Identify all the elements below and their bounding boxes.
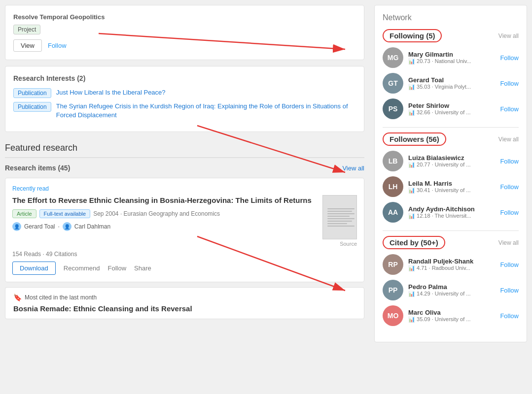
follow-mg-button[interactable]: Follow	[500, 54, 519, 62]
featured-research-section: Featured research Research items (45) Vi…	[5, 138, 364, 319]
followers-list: LB Luiza Bialasiewicz 📊 20.77 · Universi…	[383, 151, 519, 223]
person-info-rp: Randall Puljek-Shank 📊 4.71 · Radboud Un…	[408, 258, 495, 271]
person-name-pp: Pedro Palma	[408, 283, 495, 291]
follow-lb-button[interactable]: Follow	[500, 158, 519, 165]
recently-read-label: Recently read	[12, 185, 357, 192]
pub-tag-2: Publication	[13, 102, 51, 112]
thumb-line	[327, 223, 347, 224]
cited-3: MO Marc Oliva 📊 35.09 · University of ..…	[383, 305, 519, 326]
person-avatar-aa: AA	[383, 202, 403, 223]
follow-aa-button[interactable]: Follow	[500, 209, 519, 216]
person-avatar-gt: GT	[383, 73, 403, 94]
followers-title: Followers (56)	[383, 132, 446, 146]
person-avatar-mo: MO	[383, 305, 403, 326]
recommend-button[interactable]: Recommend	[64, 264, 100, 272]
cited-by-view-all[interactable]: View all	[498, 239, 519, 246]
person-info-aa: Andy Aydın-Aitchison 📊 12.18 · The Unive…	[408, 205, 495, 219]
share-button[interactable]: Share	[134, 264, 151, 272]
person-name-mg: Mary Gilmartin	[408, 51, 495, 58]
article-actions: Download Recommend Follow Share	[12, 262, 357, 275]
most-cited-header: 🔖 Most cited in the last month	[13, 294, 356, 301]
follow-mo-button[interactable]: Follow	[500, 312, 519, 320]
author-avatar-1: 👤	[12, 222, 21, 231]
person-avatar-lb: LB	[383, 151, 403, 171]
divider-1	[383, 127, 519, 128]
thumb-line	[327, 218, 355, 219]
pub-link-2[interactable]: The Syrian Refugee Crisis in the Kurdish…	[56, 102, 356, 120]
pub-link-1[interactable]: Just How Liberal Is the Liberal Peace?	[56, 88, 166, 97]
most-cited-title: Bosnia Remade: Ethnic Cleansing and its …	[13, 304, 356, 313]
person-meta-lb: 📊 20.77 · University of ...	[408, 162, 495, 168]
cited-by-header: Cited by (50+) View all	[383, 236, 519, 249]
followers-header: Followers (56) View all	[383, 132, 519, 146]
pub-row-2: Publication The Syrian Refugee Crisis in…	[13, 102, 356, 120]
follower-1: LB Luiza Bialasiewicz 📊 20.77 · Universi…	[383, 151, 519, 171]
article-title: The Effort to Reverse Ethnic Cleansing i…	[12, 195, 317, 205]
following-section: Following (5) View all MG Mary Gilmartin…	[383, 29, 519, 119]
divider-2	[383, 230, 519, 231]
following-header: Following (5) View all	[383, 29, 519, 42]
person-meta-ps: 📊 32.66 · University of ...	[408, 109, 495, 116]
author-avatar-2: 👤	[63, 222, 71, 231]
followers-section: Followers (56) View all LB Luiza Bialasi…	[383, 132, 519, 223]
follow-ps-button[interactable]: Follow	[500, 105, 519, 113]
following-person-3: PS Peter Shirlow 📊 32.66 · University of…	[383, 98, 519, 119]
author-1-name: Gerard Toal	[24, 223, 55, 230]
cited-by-list: RP Randall Puljek-Shank 📊 4.71 · Radboud…	[383, 254, 519, 326]
article-card: Recently read The Effort to Reverse Ethn…	[5, 178, 364, 282]
following-list: MG Mary Gilmartin 📊 20.73 · National Uni…	[383, 47, 519, 119]
follower-3: AA Andy Aydın-Aitchison 📊 12.18 · The Un…	[383, 202, 519, 223]
project-tag: Project	[13, 25, 40, 34]
follow-lh-button[interactable]: Follow	[500, 183, 519, 191]
items-header: Research items (45) View all	[5, 164, 364, 172]
person-info-lb: Luiza Bialasiewicz 📊 20.77 · University …	[408, 154, 495, 168]
view-all-link[interactable]: View all	[342, 164, 364, 172]
person-meta-lh: 📊 30.41 · University of ...	[408, 187, 495, 194]
person-name-lb: Luiza Bialasiewicz	[408, 154, 495, 162]
person-info-gt: Gerard Toal 📊 35.03 · Virginia Polyt...	[408, 76, 495, 90]
person-info-pp: Pedro Palma 📊 14.29 · University of ...	[408, 283, 495, 297]
person-name-gt: Gerard Toal	[408, 76, 495, 84]
network-card: Network Following (5) View all MG Mary G…	[374, 5, 527, 342]
person-name-rp: Randall Puljek-Shank	[408, 258, 495, 265]
article-stats: 154 Reads · 49 Citations	[12, 251, 357, 258]
thumb-line	[327, 216, 350, 217]
person-name-mo: Marc Oliva	[408, 309, 495, 316]
person-meta-mg: 📊 20.73 · National Univ...	[408, 58, 495, 65]
project-title: Resolve Temporal Geopolitics	[13, 13, 356, 21]
sidebar: Network Following (5) View all MG Mary G…	[369, 5, 532, 342]
view-button[interactable]: View	[13, 39, 42, 52]
following-title: Following (5)	[383, 29, 442, 42]
person-meta-gt: 📊 35.03 · Virginia Polyt...	[408, 84, 495, 90]
following-person-2: GT Gerard Toal 📊 35.03 · Virginia Polyt.…	[383, 73, 519, 94]
project-card: Resolve Temporal Geopolitics Project Vie…	[5, 5, 364, 60]
person-name-lh: Leila M. Harris	[408, 180, 495, 187]
article-text: The Effort to Reverse Ethnic Cleansing i…	[12, 195, 317, 247]
person-avatar-mg: MG	[383, 47, 403, 68]
follow-pp-button[interactable]: Follow	[500, 287, 519, 294]
research-interests-card: Research Interests (2) Publication Just …	[5, 66, 364, 132]
person-info-lh: Leila M. Harris 📊 30.41 · University of …	[408, 180, 495, 194]
pub-row-1: Publication Just How Liberal Is the Libe…	[13, 88, 356, 98]
article-follow-button[interactable]: Follow	[108, 264, 127, 272]
cited-1: RP Randall Puljek-Shank 📊 4.71 · Radboud…	[383, 254, 519, 275]
items-header-title: Research items (45)	[5, 164, 70, 172]
follow-rp-button[interactable]: Follow	[500, 261, 519, 268]
person-info-mg: Mary Gilmartin 📊 20.73 · National Univ..…	[408, 51, 495, 65]
featured-title: Featured research	[5, 138, 364, 158]
person-name-ps: Peter Shirlow	[408, 102, 495, 109]
followers-view-all[interactable]: View all	[498, 136, 519, 143]
thumb-line	[327, 213, 355, 214]
bookmark-icon: 🔖	[13, 294, 22, 301]
article-badges: Article Full-text available Sep 2004 · E…	[12, 209, 317, 218]
person-info-ps: Peter Shirlow 📊 32.66 · University of ..…	[408, 102, 495, 116]
thumb-line	[327, 221, 352, 222]
following-view-all[interactable]: View all	[498, 33, 519, 39]
person-meta-rp: 📊 4.71 · Radboud Univ...	[408, 265, 495, 271]
person-avatar-rp: RP	[383, 254, 403, 275]
download-button[interactable]: Download	[12, 262, 56, 275]
follow-button[interactable]: Follow	[48, 42, 67, 49]
person-meta-pp: 📊 14.29 · University of ...	[408, 291, 495, 297]
follow-gt-button[interactable]: Follow	[500, 80, 519, 87]
follower-2: LH Leila M. Harris 📊 30.41 · University …	[383, 176, 519, 197]
